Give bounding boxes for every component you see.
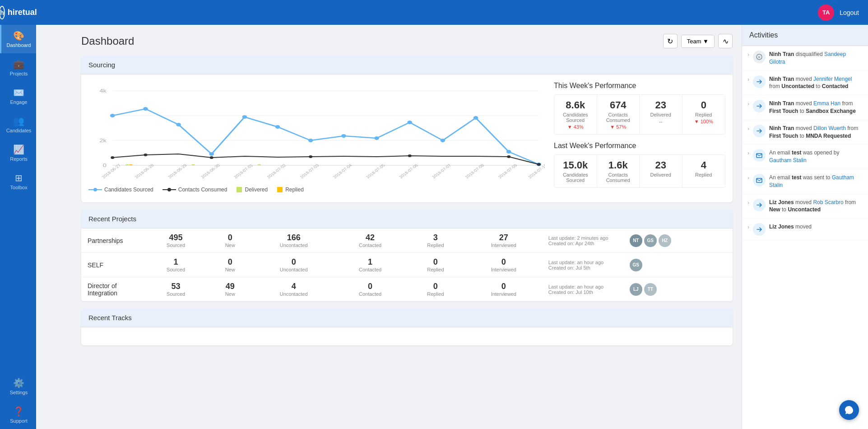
project-last-update: Last update: 2 minutes ago xyxy=(548,235,617,241)
contacts-consumed-label: Contacts Consumed xyxy=(602,112,635,123)
candidates-sourced-cell: 8.6k Candidates Sourced ▼ 43% xyxy=(554,95,597,134)
sidebar-item-candidates[interactable]: 👥 Candidates xyxy=(0,110,36,139)
chevron-right-icon: › xyxy=(747,150,749,156)
svg-point-28 xyxy=(537,163,541,166)
candidates-sourced-change: ▼ 43% xyxy=(559,124,592,130)
sidebar-item-engage[interactable]: ✉️ Engage xyxy=(0,82,36,110)
activity-item[interactable]: › ✕ Ninh Tran disqualified Sandeep Gilot… xyxy=(742,46,868,71)
activity-item[interactable]: › Ninh Tran moved Emma Han from First To… xyxy=(742,95,868,120)
project-name[interactable]: Partnerships xyxy=(88,237,123,244)
activity-item[interactable]: › Ninh Tran moved Dillon Wuerth from Fir… xyxy=(742,120,868,145)
lw-contacts-value: 1.6k xyxy=(602,159,635,171)
candidates-sourced-value: 8.6k xyxy=(559,99,592,111)
svg-rect-51 xyxy=(237,187,242,192)
legend-contacts-label: Contacts Consumed xyxy=(178,187,227,193)
contacts-consumed-change: ▼ 57% xyxy=(602,124,635,130)
activity-item[interactable]: › Liz Jones moved xyxy=(742,219,868,241)
activity-link[interactable]: Gautham Stalin xyxy=(769,174,854,188)
svg-point-24 xyxy=(210,156,214,159)
main-wrapper: Dashboard ↻ Team ▼ ∿ Sourcing xyxy=(72,25,868,429)
table-row: Director of Integration 53Sourced 49New … xyxy=(81,277,733,302)
projects-icon: 💼 xyxy=(13,59,24,70)
interviewed-count: 0 xyxy=(472,257,536,267)
new-count: 0 xyxy=(214,257,246,267)
team-dropdown[interactable]: Team ▼ xyxy=(681,35,715,48)
svg-point-22 xyxy=(111,156,114,159)
sourcing-header: Sourcing xyxy=(81,56,733,75)
email-icon xyxy=(753,149,766,162)
legend-replied: Replied xyxy=(277,187,304,193)
sidebar-item-reports[interactable]: 📈 Reports xyxy=(0,139,36,167)
this-week-section: This Week's Performance 8.6k Candidates … xyxy=(554,82,725,135)
activity-item[interactable]: › Liz Jones moved Rob Scarbro from New t… xyxy=(742,194,868,219)
sidebar-item-dashboard[interactable]: 🎨 Dashboard xyxy=(0,25,36,53)
move-icon xyxy=(753,223,766,236)
replied-count: 3 xyxy=(412,233,459,242)
project-last-update: Last update: an hour ago xyxy=(548,260,617,265)
main-content: Dashboard ↻ Team ▼ ∿ Sourcing xyxy=(72,25,742,429)
last-week-section: Last Week's Performance 15.0k Candidates… xyxy=(554,142,725,188)
sidebar-item-support[interactable]: ❓ Support xyxy=(0,401,36,429)
project-name[interactable]: Director of Integration xyxy=(88,282,117,297)
sidebar-item-settings[interactable]: ⚙️ Settings xyxy=(0,372,36,401)
chevron-right-icon: › xyxy=(747,126,749,132)
new-count: 49 xyxy=(214,282,246,291)
activity-link[interactable]: Gautham Stalin xyxy=(769,157,807,163)
chat-button[interactable] xyxy=(839,400,859,420)
lw-candidates-label: Candidates Sourced xyxy=(559,172,592,183)
svg-point-48 xyxy=(93,188,97,191)
activity-link[interactable]: Jennifer Mengel xyxy=(813,76,852,82)
logout-button[interactable]: Logout xyxy=(840,9,859,16)
settings-icon: ⚙️ xyxy=(13,378,24,388)
svg-point-19 xyxy=(473,116,478,120)
activity-text: An email test was sent to Gautham Stalin xyxy=(769,174,863,189)
refresh-button[interactable]: ↻ xyxy=(663,34,678,48)
sourcing-card: Sourcing 4k 2k 0 xyxy=(81,56,733,202)
replied-value: 0 xyxy=(687,99,721,111)
activity-text: An email test was opened by Gautham Stal… xyxy=(769,149,863,164)
lw-replied-label: Replied xyxy=(687,172,721,177)
svg-point-17 xyxy=(407,121,412,124)
legend-delivered-label: Delivered xyxy=(245,187,268,193)
lw-candidates-value: 15.0k xyxy=(559,159,592,171)
avatar-HZ: HZ xyxy=(659,234,671,247)
chevron-right-icon: › xyxy=(747,224,749,230)
projects-header: Recent Projects xyxy=(81,210,733,228)
activity-link[interactable]: Emma Han xyxy=(813,100,840,107)
sidebar-item-toolbox[interactable]: ⊞ Toolbox xyxy=(0,167,36,196)
svg-text:✕: ✕ xyxy=(757,55,761,60)
sidebar-item-label: Support xyxy=(10,418,28,424)
contacts-consumed-value: 674 xyxy=(602,99,635,111)
svg-point-11 xyxy=(209,152,214,156)
svg-point-25 xyxy=(309,155,312,158)
recent-tracks-header: Recent Tracks xyxy=(81,308,733,327)
team-avatars: GS xyxy=(630,259,726,271)
avatar-GS: GS xyxy=(644,234,657,247)
delivered-value: 23 xyxy=(644,99,678,111)
chart-toggle-button[interactable]: ∿ xyxy=(718,34,733,48)
table-row: Partnerships 495Sourced 0New 166Uncontac… xyxy=(81,228,733,253)
svg-point-50 xyxy=(167,188,171,191)
activity-item[interactable]: › Ninh Tran moved Jennifer Mengel from U… xyxy=(742,71,868,96)
sidebar-item-label: Engage xyxy=(10,99,28,105)
sourced-count: 1 xyxy=(151,257,201,267)
sidebar-item-label: Candidates xyxy=(6,128,32,133)
chevron-right-icon: › xyxy=(747,76,749,83)
svg-point-8 xyxy=(110,114,115,117)
project-name[interactable]: SELF xyxy=(88,261,103,269)
engage-icon: ✉️ xyxy=(13,87,24,98)
chart-legend: Candidates Sourced Contacts Consumed Del… xyxy=(88,187,545,193)
svg-text:4k: 4k xyxy=(99,88,107,94)
activity-link[interactable]: Dillon Wuerth xyxy=(813,125,846,131)
sidebar-item-label: Dashboard xyxy=(7,42,31,48)
lw-delivered-cell: 23 Delivered xyxy=(640,155,682,187)
reports-icon: 📈 xyxy=(13,144,24,155)
activity-link[interactable]: Rob Scarbro xyxy=(813,199,843,205)
activity-item[interactable]: › An email test was sent to Gautham Stal… xyxy=(742,169,868,194)
user-avatar[interactable]: TA xyxy=(818,5,834,21)
page-title: Dashboard xyxy=(81,35,663,47)
svg-point-12 xyxy=(242,115,247,119)
sidebar-item-projects[interactable]: 💼 Projects xyxy=(0,53,36,82)
activity-item[interactable]: › An email test was opened by Gautham St… xyxy=(742,145,868,169)
lw-delivered-label: Delivered xyxy=(644,172,678,177)
